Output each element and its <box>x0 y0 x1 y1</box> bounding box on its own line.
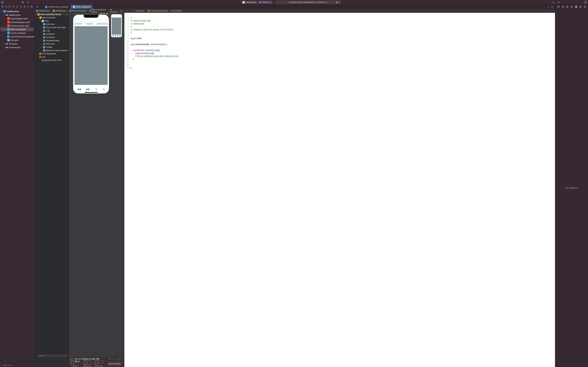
find-navigator-icon[interactable] <box>12 6 14 8</box>
issue-navigator-icon[interactable] <box>16 6 18 8</box>
storyboard-canvas[interactable]: → everdevel tomodevel startwebcoding ◀◀ … <box>69 13 124 358</box>
outline-btn-tomodevel[interactable]: B tomodevel <box>35 36 69 39</box>
tree-frameworks[interactable]: ▸ Frameworks <box>0 46 34 49</box>
scene-title-bar[interactable] <box>73 13 109 15</box>
scheme-selector[interactable]: webBrowser › iPhone 12 <box>241 0 273 4</box>
outline-btn-startwebcoding[interactable]: B startwebcoding <box>35 39 69 42</box>
code-review-icon[interactable] <box>547 6 549 8</box>
file-tree[interactable]: ▾ webBrowser ▾ webBrowser AppDelegate.sw… <box>0 9 34 363</box>
outline-entry[interactable]: → Storyboard Entry Point <box>35 59 69 62</box>
view-as-label[interactable]: View as: iPhone 11 (wC hR) <box>74 358 99 360</box>
mock-back-icon[interactable]: ◀◀ <box>77 88 81 91</box>
disclosure-icon[interactable]: ▾ <box>35 14 37 15</box>
crumb-label[interactable]: Automatic <box>136 10 144 12</box>
stop-button[interactable] <box>26 1 29 4</box>
outline-btn-everdevel[interactable]: B everdevel <box>35 33 69 36</box>
close-assistant-icon[interactable]: ✕ <box>125 10 129 12</box>
resolve-issues-icon[interactable]: ▿ <box>122 358 123 360</box>
library-icon[interactable] <box>557 1 560 4</box>
filter-icon[interactable]: ⌕ <box>35 355 37 357</box>
disclosure-icon[interactable]: ▾ <box>1 10 3 12</box>
connections-inspector-icon[interactable] <box>584 6 586 8</box>
orientation-portrait[interactable] <box>95 360 98 365</box>
device-stepper[interactable]: �găn <box>75 360 80 365</box>
disclosure-icon[interactable]: ▸ <box>3 43 5 45</box>
pin-icon[interactable]: ◫ <box>119 358 120 360</box>
report-navigator-icon[interactable] <box>31 6 33 8</box>
scene-exit-icon[interactable] <box>106 13 108 14</box>
debug-navigator-icon[interactable] <box>24 6 26 8</box>
tree-file-assets[interactable]: Assets.xcassets <box>0 31 34 35</box>
disclosure-icon[interactable]: ▸ <box>41 46 42 48</box>
source-control-navigator-icon[interactable] <box>5 6 7 8</box>
identity-inspector-icon[interactable] <box>571 6 573 8</box>
test-navigator-icon[interactable] <box>20 6 22 8</box>
source-jumpbar[interactable]: ✕ ‹ › ◈ Automatic › ViewController.swift… <box>124 9 555 13</box>
project-navigator-icon[interactable] <box>2 6 4 8</box>
add-file-icon[interactable]: ＋ <box>1 364 3 367</box>
document-outline[interactable]: ▾ View Controller Scene ● ▾ View Control… <box>35 13 69 358</box>
orientation-selector[interactable]: Orientation <box>95 360 103 367</box>
mock-webview[interactable] <box>75 26 108 85</box>
disclosure-icon[interactable]: ▸ <box>3 47 5 48</box>
storyboard-jumpbar[interactable]: webBrowser › webBrowser › Main.storyboar… <box>35 9 124 13</box>
mock-link-startwebcoding[interactable]: startwebcoding <box>97 23 108 25</box>
outline-view[interactable]: ▾ View <box>35 19 69 23</box>
appearance-selector[interactable]: Appearance <box>83 360 92 367</box>
tab-storyboard[interactable]: Main.storyboard <box>70 5 93 9</box>
toggle-outline-icon[interactable] <box>70 358 72 360</box>
orientation-landscape[interactable] <box>99 360 103 363</box>
tab-forward-icon[interactable]: › <box>41 6 41 8</box>
tab-back-icon[interactable]: ‹ <box>39 6 40 8</box>
tree-file-launchscreen[interactable]: LaunchScreen.storyboard <box>0 35 34 38</box>
tree-products[interactable]: ▸ Products <box>0 42 34 46</box>
vary-for-traits-button[interactable]: Vary for Traits <box>107 362 121 365</box>
filter-scope-icon[interactable] <box>4 364 7 366</box>
outline-btn-go[interactable]: B 이동 <box>35 29 69 33</box>
zoom-out-icon[interactable]: ⊖ <box>109 358 111 360</box>
appearance-light[interactable] <box>84 360 87 365</box>
appearance-dark[interactable] <box>88 360 91 365</box>
add-editor-icon[interactable] <box>552 1 555 4</box>
outline-filter-input[interactable] <box>38 354 68 357</box>
crumb-label[interactable]: webBrowser <box>55 10 66 12</box>
mock-link-tomodevel[interactable]: tomodevel <box>85 23 93 25</box>
outline-textfield[interactable]: F Round Style Text Field <box>35 26 69 29</box>
activity-status[interactable]: Finished running webBrowser on iPhone 12… <box>275 0 341 4</box>
navigator-filter-input[interactable] <box>8 364 33 366</box>
device-selector[interactable]: �găn Device <box>71 360 80 367</box>
mock-forward-icon[interactable]: ▶▶ <box>86 88 90 91</box>
device-option[interactable] <box>71 360 74 365</box>
jump-back-icon[interactable]: ‹ <box>119 10 120 12</box>
outline-vc[interactable]: ▾ View Controller <box>35 16 69 19</box>
toggle-left-panel-icon[interactable] <box>1 1 4 4</box>
crumb-label[interactable]: Main.storyboard (Base) <box>92 8 106 13</box>
crumb-label[interactable]: No Selection <box>171 10 182 12</box>
code-text[interactable]: // // ViewController.swift // webBrowser… <box>130 13 555 367</box>
size-inspector-icon[interactable] <box>579 6 582 8</box>
symbol-navigator-icon[interactable] <box>9 6 11 8</box>
device-mockup[interactable]: everdevel tomodevel startwebcoding ◀◀ ▶▶… <box>73 15 109 93</box>
related-items-icon[interactable] <box>36 6 38 8</box>
mock-reload-icon[interactable]: ↻ <box>95 88 97 91</box>
tree-file-scenedelegate[interactable]: SceneDelegate.swift <box>0 20 34 24</box>
tree-file-mainstoryboard[interactable]: Main.storyboard <box>1 27 34 31</box>
toggle-right-panel-icon[interactable] <box>584 1 587 4</box>
canvas-minimap[interactable] <box>109 13 123 39</box>
crumb-label[interactable]: webBrowser <box>39 10 50 12</box>
history-inspector-icon[interactable] <box>562 6 564 8</box>
jump-warning-icon[interactable]: ▲ <box>120 10 122 12</box>
mock-url-field[interactable] <box>75 19 108 22</box>
tree-file-infoplist[interactable]: Info.plist <box>0 38 34 42</box>
crumb-label[interactable]: ViewController.swift <box>150 10 167 12</box>
outline-exit[interactable]: Exit <box>35 55 69 59</box>
align-icon[interactable]: ≡ <box>116 358 117 360</box>
mock-stop-icon[interactable]: ✕ <box>103 88 105 91</box>
outline-first-responder[interactable]: First Responder <box>35 52 69 55</box>
disclosure-icon[interactable]: ▾ <box>3 14 5 16</box>
embed-in-icon[interactable]: ▭ <box>112 358 114 360</box>
adjust-editor-icon[interactable] <box>551 6 553 8</box>
run-button[interactable] <box>22 1 24 4</box>
jump-forward-icon[interactable]: › <box>122 10 123 12</box>
file-inspector-icon[interactable] <box>557 6 560 8</box>
